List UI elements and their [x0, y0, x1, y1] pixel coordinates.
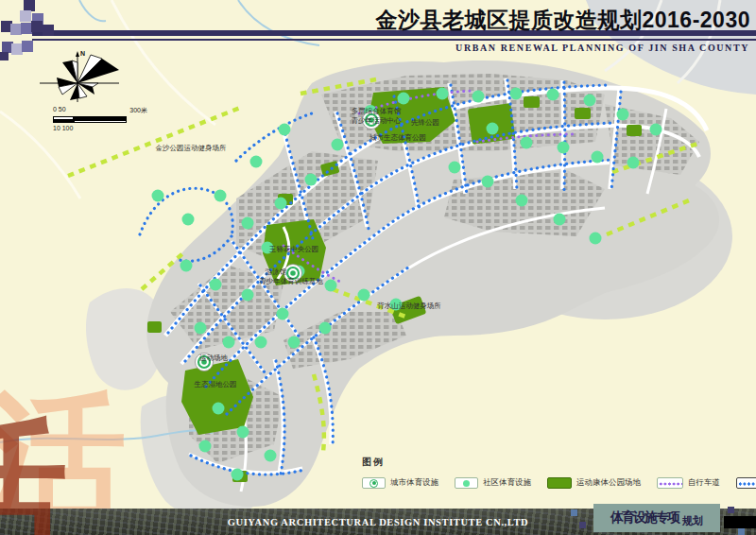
map-label-wetland-park: 生态湿地公园 [194, 380, 237, 388]
title-underline-thin [32, 39, 756, 41]
scale-end-label: 300米 [129, 106, 147, 115]
legend-item-label: 运动康体公园场地 [576, 477, 641, 489]
scale-bar-graphic [53, 116, 147, 124]
legend: 图例 城市体育设施 社区体育设施 运动康体公园场地 自行车道 [362, 456, 753, 489]
city-facility-swatch [362, 477, 386, 489]
map-label-training-base: 青少年体育训练基地 [259, 277, 323, 285]
park-ground-swatch [547, 477, 572, 489]
map-label-sports-ground: 运动场地 [199, 354, 229, 362]
footer-deco-pixel [728, 507, 734, 513]
community-facility-swatch [455, 477, 478, 489]
legend-item-fitness-trail: 康体步道 [736, 477, 756, 489]
bike-lane-swatch [657, 477, 683, 489]
stamp-suffix-text: 规划 [682, 514, 703, 528]
map-label-youth-center: 青少年活动中心 [352, 116, 402, 125]
legend-item-label: 城市体育设施 [390, 477, 438, 489]
footer-deco-pixel [571, 509, 577, 516]
footer-deco-pixel [738, 528, 745, 535]
footer-black-bar [724, 516, 756, 528]
north-label: N [80, 50, 85, 57]
fitness-trail-swatch [736, 477, 756, 489]
planning-poster: 金沙公园运动健身场所 多层综合体育馆 青少年活动中心 先锋公园 城市生态体育公园… [0, 0, 756, 535]
stamp-main-text: 体育设施专项 [610, 509, 679, 526]
legend-item-park-ground: 运动康体公园场地 [547, 477, 641, 489]
map-label-xianfeng-park: 先锋公园 [411, 118, 439, 127]
legend-item-city-facility: 城市体育设施 [362, 477, 438, 489]
plan-stamp: 体育设施专项 规划 [593, 504, 720, 532]
target-icon [369, 479, 378, 488]
scale-ticks-top: 0 50 [53, 106, 66, 115]
company-name: GUIYANG ARCHITECTURAL DESIGN INSTITUTE C… [228, 517, 529, 527]
page-subtitle: URBAN RENEWAL PLANNING OF JIN SHA COUNTY [455, 43, 749, 53]
scale-ticks-bottom: 10 100 [53, 125, 73, 131]
pixel-logo [0, 0, 66, 66]
footer-deco-pixel [579, 522, 586, 528]
legend-title: 图例 [362, 456, 753, 469]
page-title: 金沙县老城区提质改造规划2016-2030 [376, 6, 751, 35]
map-label-beishui-hill: 背水山运动健身场所 [377, 302, 441, 310]
legend-row: 城市体育设施 社区体育设施 运动康体公园场地 自行车道 康体步道 [362, 477, 753, 489]
legend-item-community-facility: 社区体育设施 [455, 477, 531, 489]
map-label-jinsha-park: 金沙公园运动健身场所 [156, 144, 228, 152]
map-label-multi-gym: 多层综合体育馆 [352, 107, 402, 115]
dot-icon [463, 480, 470, 487]
north-arrow-icon [76, 51, 79, 57]
watermark-char-red: 活 [0, 412, 68, 535]
map-label-central-park: 玉簪花中央公园 [269, 245, 319, 253]
legend-item-bike-lane: 自行车道 [657, 477, 720, 489]
map-label-natatorium: 游泳馆 [265, 268, 287, 276]
legend-item-label: 社区体育设施 [483, 477, 531, 489]
scale-bar: 0 50 300米 10 100 [53, 106, 147, 131]
legend-item-label: 自行车道 [688, 477, 720, 489]
map-label-eco-sports-park: 城市生态体育公园 [369, 133, 426, 142]
